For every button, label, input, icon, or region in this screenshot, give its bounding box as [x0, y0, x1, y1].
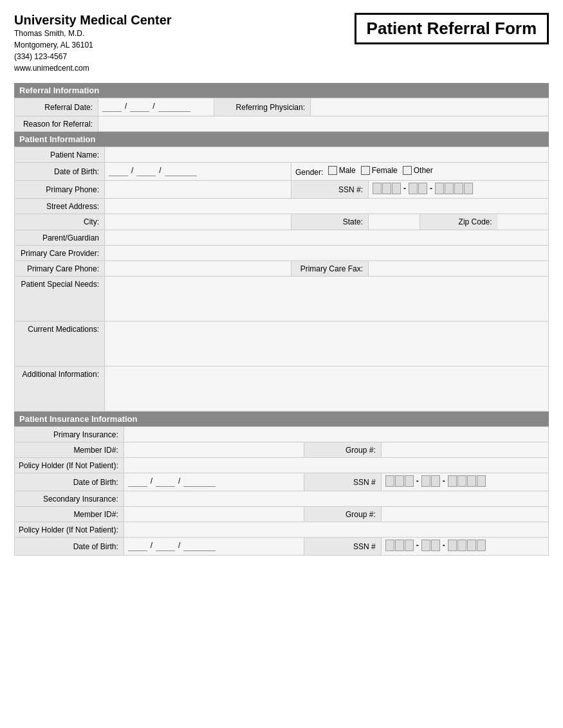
- date-month[interactable]: [102, 100, 122, 112]
- dob-gender-row: Date of Birth: / / Gender: Male: [15, 163, 549, 181]
- date-day[interactable]: [130, 100, 149, 112]
- gender-male-option[interactable]: Male: [328, 166, 356, 175]
- parent-input[interactable]: [105, 230, 549, 246]
- referral-date-input[interactable]: / /: [98, 98, 214, 116]
- ssn-seg2: [409, 183, 427, 194]
- ssn-input[interactable]: - -: [369, 181, 549, 199]
- gender-female-option[interactable]: Female: [361, 166, 398, 175]
- ssn-d7[interactable]: [445, 183, 454, 194]
- referral-date-label: Referral Date:: [15, 98, 98, 116]
- primary-group-input[interactable]: [381, 442, 548, 458]
- gender-other-label: Other: [414, 166, 433, 175]
- zip-input[interactable]: [497, 214, 548, 230]
- primary-policy-holder-row: Policy Holder (If Not Patient):: [15, 458, 549, 473]
- gender-other-option[interactable]: Other: [403, 166, 433, 175]
- state-label: State:: [291, 214, 369, 230]
- gender-options: Male Female Other: [328, 166, 433, 175]
- pcp-phone-input[interactable]: [105, 261, 291, 277]
- insurance-section-header: Patient Insurance Information: [14, 412, 549, 426]
- additional-label: Additional Information:: [15, 367, 105, 412]
- ssn-d4[interactable]: [409, 183, 418, 194]
- secondary-member-group-row: Member ID#: Group #:: [15, 507, 549, 522]
- ssn-d1[interactable]: [373, 183, 382, 194]
- secondary-ssn-input[interactable]: - -: [381, 538, 548, 556]
- page-header: University Medical Center Thomas Smith, …: [14, 13, 549, 74]
- reason-input[interactable]: [98, 116, 549, 132]
- secondary-group-label: Group #:: [304, 507, 381, 522]
- referral-section: Referral Information Referral Date: / / …: [14, 83, 549, 132]
- secondary-member-id-input[interactable]: [124, 507, 304, 522]
- dob-year[interactable]: [165, 165, 197, 176]
- state-input[interactable]: [369, 214, 420, 230]
- dob-month[interactable]: [109, 165, 128, 176]
- secondary-ssn-box: - -: [385, 540, 486, 551]
- date-year[interactable]: [158, 100, 190, 112]
- gender-cell: Gender: Male Female Other: [291, 163, 549, 181]
- dob-input[interactable]: / /: [105, 163, 291, 181]
- ssn-d9[interactable]: [464, 183, 473, 194]
- secondary-insurance-input[interactable]: [124, 491, 548, 507]
- referring-physician-input[interactable]: [311, 98, 549, 116]
- special-needs-input[interactable]: [105, 277, 549, 322]
- gender-male-label: Male: [339, 166, 356, 175]
- additional-input[interactable]: [105, 367, 549, 412]
- secondary-policy-holder-input[interactable]: [124, 522, 548, 538]
- primary-policy-holder-label: Policy Holder (If Not Patient):: [15, 458, 124, 473]
- patient-name-row: Patient Name:: [15, 147, 549, 163]
- ins-dob-year[interactable]: [183, 475, 216, 487]
- ssn-d6[interactable]: [435, 183, 444, 194]
- patient-table: Patient Name: Date of Birth: / / Gender:: [14, 147, 549, 412]
- parent-row: Parent/Guardian: [15, 230, 549, 246]
- parent-label: Parent/Guardian: [15, 230, 105, 246]
- ssn-d5[interactable]: [418, 183, 427, 194]
- ssn-d2[interactable]: [382, 183, 391, 194]
- primary-member-id-input[interactable]: [124, 442, 304, 458]
- referring-physician-label: Referring Physician:: [214, 98, 311, 116]
- ins-dob-day[interactable]: [156, 475, 175, 487]
- primary-phone-input[interactable]: [105, 181, 291, 199]
- pcp-input[interactable]: [105, 246, 549, 261]
- street-input[interactable]: [105, 199, 549, 214]
- s-ssn-seg3: [448, 540, 486, 551]
- dob-day[interactable]: [136, 165, 156, 176]
- sec-ins-dob-year[interactable]: [183, 540, 216, 551]
- primary-ssn-input[interactable]: - -: [381, 473, 548, 491]
- date-field: / /: [102, 100, 190, 112]
- sec-ins-dob-day[interactable]: [156, 540, 175, 551]
- referral-date-row: Referral Date: / / Referring Physician:: [15, 98, 549, 116]
- pcp-label: Primary Care Provider:: [15, 246, 105, 261]
- org-name: University Medical Center: [14, 13, 172, 28]
- doctor-name: Thomas Smith, M.D.: [14, 28, 172, 39]
- primary-insurance-input[interactable]: [124, 427, 548, 442]
- secondary-policy-holder-row: Policy Holder (If Not Patient):: [15, 522, 549, 538]
- ssn-d8[interactable]: [454, 183, 463, 194]
- p-ssn-seg3: [448, 475, 486, 487]
- primary-dob-input[interactable]: / /: [124, 473, 304, 491]
- secondary-dob-ssn-row: Date of Birth: / / SSN #: [15, 538, 549, 556]
- secondary-ssn-label: SSN #: [304, 538, 381, 556]
- zip-label: Zip Code:: [420, 214, 497, 230]
- sec-ins-dob-month[interactable]: [128, 540, 147, 551]
- primary-policy-holder-input[interactable]: [124, 458, 548, 473]
- insurance-section: Patient Insurance Information Primary In…: [14, 412, 549, 556]
- secondary-group-input[interactable]: [381, 507, 548, 522]
- city-state-zip-row: City: State: Zip Code:: [15, 214, 549, 230]
- primary-ssn-label: SSN #: [304, 473, 381, 491]
- referral-table: Referral Date: / / Referring Physician: …: [14, 98, 549, 132]
- patient-name-input[interactable]: [105, 147, 549, 163]
- ins-dob-field: / /: [128, 475, 216, 487]
- ins-dob-month[interactable]: [128, 475, 147, 487]
- gender-female-label: Female: [372, 166, 398, 175]
- pcp-fax-input[interactable]: [369, 261, 549, 277]
- gender-male-checkbox[interactable]: [328, 166, 337, 175]
- ssn-d3[interactable]: [392, 183, 401, 194]
- gender-female-checkbox[interactable]: [361, 166, 370, 175]
- city-input[interactable]: [105, 214, 291, 230]
- form-title-box: Patient Referral Form: [355, 13, 549, 44]
- patient-section-header: Patient Information: [14, 132, 549, 147]
- medications-input[interactable]: [105, 322, 549, 367]
- gender-other-checkbox[interactable]: [403, 166, 412, 175]
- patient-name-label: Patient Name:: [15, 147, 105, 163]
- secondary-dob-input[interactable]: / /: [124, 538, 304, 556]
- pcp-phone-fax-row: Primary Care Phone: Primary Care Fax:: [15, 261, 549, 277]
